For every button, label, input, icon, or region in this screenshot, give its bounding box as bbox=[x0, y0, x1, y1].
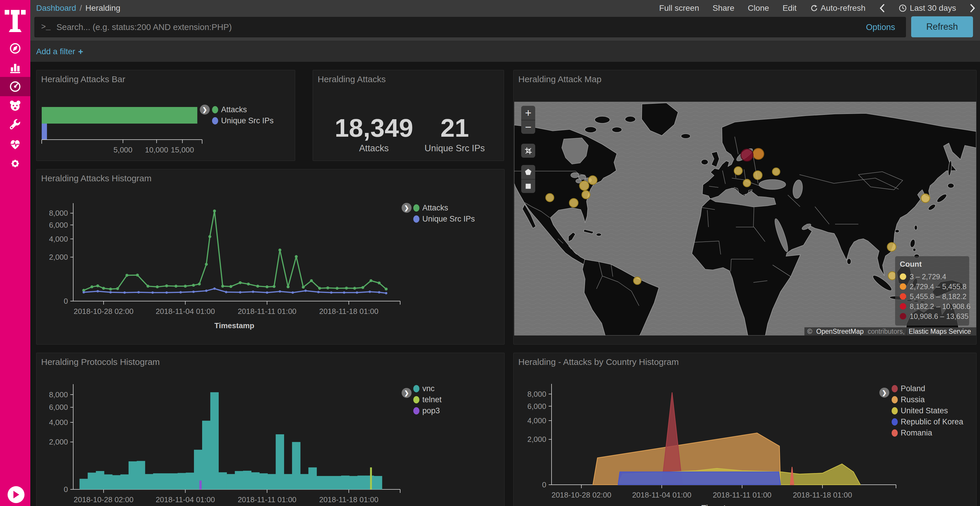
bar-vnc[interactable] bbox=[186, 473, 194, 490]
zoom-out-button[interactable]: − bbox=[521, 120, 535, 134]
bar-vnc[interactable] bbox=[300, 474, 309, 489]
bar-vnc[interactable] bbox=[235, 471, 243, 489]
bar-vnc[interactable] bbox=[121, 474, 129, 489]
bar-vnc[interactable] bbox=[275, 434, 284, 489]
sidebar-item-visualize[interactable] bbox=[0, 58, 30, 77]
attack-bubble[interactable] bbox=[582, 190, 590, 199]
osm-link[interactable]: OpenStreetMap bbox=[814, 327, 866, 336]
bar-vnc[interactable] bbox=[366, 476, 374, 489]
bar-vnc[interactable] bbox=[80, 479, 88, 489]
attack-bubble[interactable] bbox=[546, 194, 554, 202]
breadcrumb-dashboard-link[interactable]: Dashboard bbox=[36, 3, 76, 13]
sidebar-item-devtools[interactable] bbox=[0, 116, 30, 135]
legend-item-romania[interactable]: Romania bbox=[892, 427, 963, 438]
legend-item-attacks[interactable]: Attacks bbox=[413, 202, 475, 213]
attack-bubble[interactable] bbox=[579, 181, 589, 190]
attack-bubble[interactable] bbox=[741, 149, 753, 161]
bar-vnc[interactable] bbox=[341, 476, 349, 489]
legend-item-russia[interactable]: Russia bbox=[892, 394, 963, 405]
legend-item-pop3[interactable]: pop3 bbox=[413, 405, 442, 416]
bar-vnc[interactable] bbox=[357, 476, 366, 489]
bar-vnc[interactable] bbox=[137, 461, 145, 489]
legend-item-unique-src-ips[interactable]: Unique Src IPs bbox=[212, 115, 274, 126]
bar-vnc[interactable] bbox=[333, 476, 341, 489]
time-range-button[interactable]: Last 30 days bbox=[899, 3, 956, 13]
bar-vnc[interactable] bbox=[308, 468, 317, 489]
bar-vnc[interactable] bbox=[374, 476, 382, 489]
attack-bubble[interactable] bbox=[921, 194, 930, 203]
legend-item-unique-src-ips[interactable]: Unique Src IPs bbox=[413, 213, 475, 224]
time-range-next-button[interactable] bbox=[969, 4, 976, 13]
telekom-logo[interactable] bbox=[5, 6, 25, 33]
legend-item-vnc[interactable]: vnc bbox=[413, 383, 442, 394]
bar-vnc[interactable] bbox=[112, 475, 121, 489]
attack-bubble[interactable] bbox=[772, 168, 780, 176]
ems-link[interactable]: Elastic Maps Service bbox=[907, 327, 973, 336]
bar-unique-src-ips[interactable] bbox=[42, 124, 47, 140]
draw-rectangle-button[interactable] bbox=[521, 179, 535, 193]
bar-vnc[interactable] bbox=[161, 473, 170, 489]
legend-item-united-states[interactable]: United States bbox=[892, 405, 963, 416]
bar-vnc[interactable] bbox=[227, 474, 235, 489]
attack-bubble[interactable] bbox=[753, 148, 764, 159]
search-input[interactable]: >_ Search... (e.g. status:200 AND extens… bbox=[34, 17, 906, 37]
bar-vnc[interactable] bbox=[325, 476, 333, 489]
refresh-button[interactable]: Refresh bbox=[911, 16, 973, 37]
bar-vnc[interactable] bbox=[169, 473, 178, 489]
bar-vnc[interactable] bbox=[145, 474, 153, 489]
attack-bubble[interactable] bbox=[753, 171, 762, 179]
bar-vnc[interactable] bbox=[267, 474, 276, 489]
bar-vnc[interactable] bbox=[129, 462, 137, 489]
nav-action-full-screen[interactable]: Full screen bbox=[659, 3, 699, 13]
bar-vnc[interactable] bbox=[292, 442, 301, 489]
legend-expand-icon[interactable]: ❯ bbox=[402, 388, 412, 398]
legend-item-attacks[interactable]: Attacks bbox=[212, 104, 274, 115]
sidebar-item-tpot[interactable] bbox=[0, 96, 30, 116]
legend-expand-icon[interactable]: ❯ bbox=[402, 203, 412, 213]
options-link[interactable]: Options bbox=[866, 22, 895, 32]
auto-refresh-button[interactable]: Auto-refresh bbox=[810, 3, 865, 13]
nav-action-clone[interactable]: Clone bbox=[748, 3, 769, 13]
world-map[interactable]: + − bbox=[514, 102, 976, 335]
attack-bubble[interactable] bbox=[887, 243, 896, 251]
attack-bubble[interactable] bbox=[570, 198, 578, 207]
legend-item-telnet[interactable]: telnet bbox=[413, 394, 442, 405]
legend-expand-icon[interactable]: ❯ bbox=[880, 388, 889, 398]
nav-action-share[interactable]: Share bbox=[713, 3, 734, 13]
bar-vnc[interactable] bbox=[88, 473, 96, 490]
bar-vnc[interactable] bbox=[210, 392, 219, 489]
bar-vnc[interactable] bbox=[153, 473, 162, 489]
sidebar-item-dashboard[interactable] bbox=[0, 77, 30, 96]
bar-pop3[interactable] bbox=[199, 481, 202, 489]
bar-vnc[interactable] bbox=[96, 471, 104, 489]
bar-vnc[interactable] bbox=[259, 473, 268, 489]
bar-vnc[interactable] bbox=[317, 476, 325, 489]
attack-bubble[interactable] bbox=[588, 176, 597, 184]
time-range-prev-button[interactable] bbox=[879, 4, 885, 13]
legend-expand-icon[interactable]: ❯ bbox=[200, 105, 210, 114]
sidebar-item-discover[interactable] bbox=[0, 39, 30, 58]
bar-vnc[interactable] bbox=[243, 471, 251, 489]
add-filter-link[interactable]: Add a filter + bbox=[36, 41, 83, 62]
legend-item-poland[interactable]: Poland bbox=[892, 383, 963, 394]
bar-vnc[interactable] bbox=[349, 476, 358, 489]
sidebar-item-management[interactable] bbox=[0, 154, 30, 173]
sidebar-collapse-button[interactable] bbox=[8, 486, 24, 503]
crop-fit-button[interactable] bbox=[521, 144, 535, 158]
bar-vnc[interactable] bbox=[104, 474, 113, 489]
bar-vnc[interactable] bbox=[251, 472, 259, 489]
attack-bubble[interactable] bbox=[633, 277, 641, 284]
bar-vnc[interactable] bbox=[218, 472, 227, 489]
zoom-in-button[interactable]: + bbox=[521, 106, 535, 120]
draw-polygon-button[interactable] bbox=[521, 165, 535, 179]
attack-bubble[interactable] bbox=[743, 179, 751, 187]
bar-vnc[interactable] bbox=[284, 474, 292, 489]
bar-vnc[interactable] bbox=[178, 473, 186, 489]
sidebar-item-monitoring[interactable] bbox=[0, 135, 30, 154]
bar-attacks[interactable] bbox=[42, 107, 197, 124]
bar-telnet[interactable] bbox=[370, 468, 372, 489]
attack-bubble[interactable] bbox=[734, 167, 742, 175]
legend-item-republic-of-korea[interactable]: Republic of Korea bbox=[892, 416, 963, 427]
bar-vnc[interactable] bbox=[202, 420, 211, 489]
nav-action-edit[interactable]: Edit bbox=[783, 3, 797, 13]
